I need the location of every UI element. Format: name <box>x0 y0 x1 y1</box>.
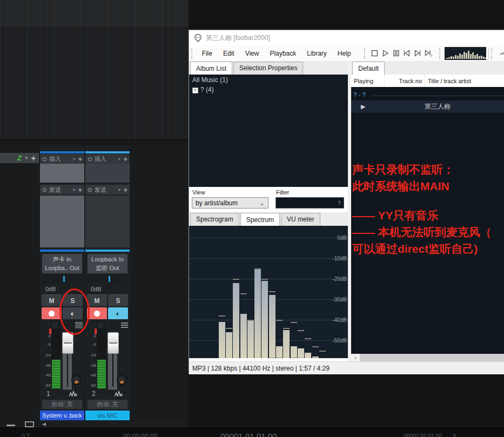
add-send-button[interactable]: + <box>78 186 82 194</box>
fx-insert-list[interactable] <box>85 164 130 183</box>
volume-slider[interactable] <box>500 51 504 55</box>
menu-icon[interactable] <box>121 322 128 328</box>
tab-spectrum[interactable]: Spectrum <box>240 213 280 226</box>
chevron-down-icon[interactable]: ▼ <box>117 157 121 161</box>
send-header[interactable]: 发送▼+ <box>40 185 84 194</box>
spectrum-bar <box>291 346 297 358</box>
vis-bar <box>468 51 469 59</box>
album-tree-node[interactable]: ? (4) <box>200 86 214 93</box>
pause-button[interactable] <box>391 48 401 59</box>
mute-button[interactable]: M <box>42 294 62 306</box>
column-track-no[interactable]: Track no <box>385 75 425 87</box>
send-list[interactable] <box>40 196 84 247</box>
power-icon[interactable] <box>88 157 92 162</box>
spectrum-bar <box>305 353 311 358</box>
tab-playlist-default[interactable]: Default <box>352 62 385 75</box>
mixer-scroll-left-icon[interactable]: ◀ <box>42 421 46 427</box>
menu-help[interactable]: Help <box>332 50 357 57</box>
solo-button[interactable]: S <box>108 294 128 306</box>
chevron-down-icon[interactable]: ▼ <box>72 157 76 161</box>
pan-slider[interactable] <box>42 275 82 283</box>
menu-library[interactable]: Library <box>301 50 332 57</box>
track-name-bar[interactable]: System v..back <box>40 411 84 420</box>
tab-vu-meter[interactable]: VU meter <box>281 213 320 226</box>
mute-button[interactable]: M <box>87 294 107 306</box>
tab-selection-properties[interactable]: Selection Properties <box>233 62 303 75</box>
view-combobox[interactable]: by artist/album ⌄ <box>192 197 268 209</box>
stop-button[interactable] <box>369 48 380 59</box>
automation-mode-button[interactable]: 自动: 关 <box>88 400 127 409</box>
track-io-label[interactable]: Loopback In监听 Out <box>88 254 127 273</box>
volume-fader-handle[interactable] <box>107 332 119 354</box>
filter-input[interactable]: ? <box>275 197 344 209</box>
menu-playback[interactable]: Playback <box>264 50 301 57</box>
tab-spectrogram[interactable]: Spectrogram <box>190 213 239 226</box>
record-mode-box[interactable] <box>97 321 104 329</box>
send-header[interactable]: 发送▼+ <box>85 185 130 194</box>
menu-file[interactable]: File <box>197 50 218 57</box>
track-name-bar[interactable]: via MIC <box>85 411 130 420</box>
scroll-left-icon[interactable]: ‹ <box>351 354 360 361</box>
album-tree-root[interactable]: All Music (1) <box>192 76 345 84</box>
analyzer-icon-wrap[interactable] <box>115 391 123 396</box>
mixer-hscrollbar[interactable]: ◀ <box>40 420 187 428</box>
menu-edit[interactable]: Edit <box>218 50 240 57</box>
power-icon[interactable] <box>42 187 47 192</box>
analyzer-icon-wrap[interactable] <box>69 391 77 396</box>
spectrum-chart[interactable]: 0dB-10dB-20dB-30dB-40dB-50dB-60dB <box>189 226 348 358</box>
automation-mode-button[interactable]: 自动: 关 <box>42 400 82 409</box>
record-arm-button[interactable] <box>42 307 62 319</box>
random-track-button[interactable]: ? <box>423 48 434 59</box>
menu-view[interactable]: View <box>240 50 265 57</box>
chevron-down-icon[interactable]: ▼ <box>72 188 76 192</box>
toolbar-grip[interactable] <box>491 48 494 59</box>
mixer-add-track-button[interactable]: + <box>31 156 36 161</box>
record-mode-box[interactable] <box>51 321 59 329</box>
record-arm-button[interactable] <box>87 307 107 319</box>
level-meter <box>97 328 106 389</box>
toolbar-grip[interactable] <box>439 48 442 59</box>
docker-restore-icon[interactable] <box>25 421 34 427</box>
play-button[interactable] <box>380 48 391 59</box>
tree-expand-icon[interactable]: + <box>192 88 198 93</box>
fx-insert-header[interactable]: 插入▼+ <box>85 154 130 164</box>
chevron-down-icon[interactable]: ▼ <box>117 188 121 192</box>
mixer-docker-header[interactable]: Z ▼ + <box>0 153 39 163</box>
fx-insert-list[interactable] <box>40 164 84 183</box>
pan-slider-handle[interactable] <box>63 276 65 282</box>
toolbar-grip[interactable] <box>364 48 367 59</box>
analyzer-icon[interactable] <box>115 391 123 396</box>
grid-line <box>189 258 348 259</box>
tab-album-list[interactable]: Album List <box>190 62 232 75</box>
add-fx-button[interactable]: + <box>78 155 82 163</box>
track-io-label[interactable]: 声卡 InLoopba.. Out <box>42 254 82 273</box>
toolbar-spectrum-visualization[interactable] <box>445 47 486 60</box>
width-knob[interactable] <box>117 375 127 385</box>
add-fx-button[interactable]: + <box>123 155 127 163</box>
toolbar-grip[interactable] <box>191 48 194 59</box>
playlist-hscrollbar[interactable]: ‹ <box>351 354 504 361</box>
titlebar[interactable]: 第三人称 [foobar2000] <box>189 30 504 45</box>
next-track-button[interactable] <box>412 48 423 59</box>
send-list[interactable] <box>85 196 130 247</box>
spectrum-bar <box>254 268 261 358</box>
power-icon[interactable] <box>88 187 92 192</box>
previous-track-button[interactable] <box>401 48 412 59</box>
column-playing[interactable]: Playing <box>351 75 385 87</box>
playlist-track-row[interactable]: ▶ 第三人称 <box>351 100 504 113</box>
volume-fader-handle[interactable] <box>62 332 73 354</box>
album-list-panel[interactable]: All Music (1) +? (4) <box>189 75 348 187</box>
analyzer-icon[interactable] <box>69 391 77 396</box>
fx-insert-header[interactable]: 插入▼+ <box>40 154 84 164</box>
width-knob[interactable] <box>71 375 82 385</box>
add-send-button[interactable]: + <box>123 186 127 194</box>
power-icon[interactable] <box>42 157 47 162</box>
pan-slider-handle[interactable] <box>109 276 110 282</box>
column-title[interactable]: Title / track artist <box>425 75 504 87</box>
pan-slider[interactable] <box>88 275 127 283</box>
arrange-view[interactable] <box>0 0 189 139</box>
mixer-menu-logo[interactable]: Z <box>17 154 22 162</box>
docker-minimize-icon[interactable] <box>6 425 15 426</box>
monitor-button[interactable]: ◐ <box>108 307 128 319</box>
mixer-menu-caret-icon[interactable]: ▼ <box>24 156 29 160</box>
